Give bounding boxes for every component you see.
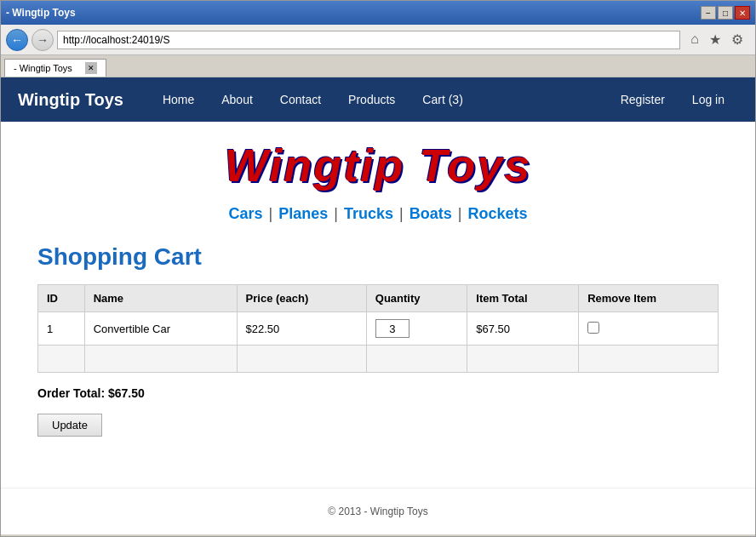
sep-4: | — [454, 205, 462, 222]
main-content: Wingtip Toys Cars | Planes | Trucks | Bo… — [12, 122, 744, 454]
row-item-total: $67.50 — [467, 312, 579, 346]
col-item-total: Item Total — [467, 285, 579, 312]
nav-contact[interactable]: Contact — [266, 77, 335, 122]
row-quantity — [366, 312, 467, 346]
row-price: $22.50 — [237, 312, 366, 346]
sep-3: | — [395, 205, 404, 222]
order-total: Order Total: $67.50 — [37, 386, 719, 400]
table-row: 1 Convertible Car $22.50 $67.50 — [38, 312, 719, 346]
sep-1: | — [265, 205, 273, 222]
window-controls: − □ ✕ — [701, 6, 750, 20]
site-logo: Wingtip Toys — [225, 140, 531, 191]
close-button[interactable]: ✕ — [735, 6, 750, 20]
quantity-input[interactable] — [375, 319, 410, 338]
remove-checkbox[interactable] — [587, 322, 599, 334]
empty-total — [467, 346, 579, 373]
empty-name — [84, 346, 237, 373]
cart-table: ID Name Price (each) Quantity Item Total… — [37, 284, 719, 373]
cat-planes[interactable]: Planes — [278, 205, 328, 222]
col-quantity: Quantity — [366, 285, 467, 312]
title-bar-text: - Wingtip Toys — [6, 7, 76, 19]
settings-icon[interactable]: ⚙ — [731, 31, 743, 48]
nav-register[interactable]: Register — [607, 77, 679, 122]
address-input[interactable]: http://localhost:24019/S — [57, 31, 680, 49]
table-row-empty — [38, 346, 719, 373]
logo-area: Wingtip Toys — [37, 139, 719, 191]
row-name: Convertible Car — [84, 312, 237, 346]
footer-text: © 2013 - Wingtip Toys — [328, 506, 427, 517]
cart-header-row: ID Name Price (each) Quantity Item Total… — [38, 285, 719, 312]
empty-qty — [366, 346, 467, 373]
empty-id — [38, 346, 85, 373]
minimize-button[interactable]: − — [701, 6, 716, 20]
back-button[interactable]: ← — [6, 29, 28, 51]
empty-remove — [579, 346, 719, 373]
forward-button[interactable]: → — [32, 29, 54, 51]
favorites-icon[interactable]: ★ — [709, 31, 721, 48]
navbar-brand[interactable]: Wingtip Toys — [18, 90, 123, 110]
home-icon[interactable]: ⌂ — [690, 31, 699, 48]
row-id: 1 — [38, 312, 85, 346]
footer: © 2013 - Wingtip Toys — [1, 488, 755, 534]
title-bar: - Wingtip Toys − □ ✕ — [1, 1, 755, 25]
cat-cars[interactable]: Cars — [229, 205, 263, 222]
col-price: Price (each) — [237, 285, 366, 312]
browser-window: - Wingtip Toys − □ ✕ ← → http://localhos… — [0, 0, 756, 537]
url-text: http://localhost:24019/S — [63, 34, 169, 46]
nav-about[interactable]: About — [208, 77, 266, 122]
sep-2: | — [329, 205, 338, 222]
col-name: Name — [84, 285, 237, 312]
nav-right: Register Log in — [607, 77, 738, 122]
address-bar: ← → http://localhost:24019/S ⌂ ★ ⚙ — [1, 25, 755, 55]
cat-trucks[interactable]: Trucks — [344, 205, 393, 222]
nav-links: Home About Contact Products Cart (3) — [149, 77, 607, 122]
tab-close-button[interactable]: ✕ — [85, 62, 97, 74]
tab-bar: - Wingtip Toys ✕ — [1, 55, 755, 77]
restore-button[interactable]: □ — [718, 6, 733, 20]
browser-tab[interactable]: - Wingtip Toys ✕ — [4, 59, 106, 77]
nav-login[interactable]: Log in — [679, 77, 738, 122]
category-links: Cars | Planes | Trucks | Boats | Rockets — [37, 205, 719, 223]
navbar: Wingtip Toys Home About Contact Products… — [1, 77, 755, 122]
col-id: ID — [38, 285, 85, 312]
tab-label: - Wingtip Toys — [14, 63, 72, 73]
cat-rockets[interactable]: Rockets — [467, 205, 527, 222]
col-remove: Remove Item — [579, 285, 719, 312]
cat-boats[interactable]: Boats — [410, 205, 452, 222]
nav-products[interactable]: Products — [335, 77, 409, 122]
page-content: Wingtip Toys Home About Contact Products… — [1, 77, 755, 534]
row-remove — [579, 312, 719, 346]
nav-home[interactable]: Home — [149, 77, 208, 122]
empty-price — [237, 346, 366, 373]
update-button[interactable]: Update — [37, 414, 102, 437]
nav-cart[interactable]: Cart (3) — [409, 77, 476, 122]
cart-heading: Shopping Cart — [37, 243, 719, 271]
cart-table-body: 1 Convertible Car $22.50 $67.50 — [38, 312, 719, 373]
cart-table-head: ID Name Price (each) Quantity Item Total… — [38, 285, 719, 312]
